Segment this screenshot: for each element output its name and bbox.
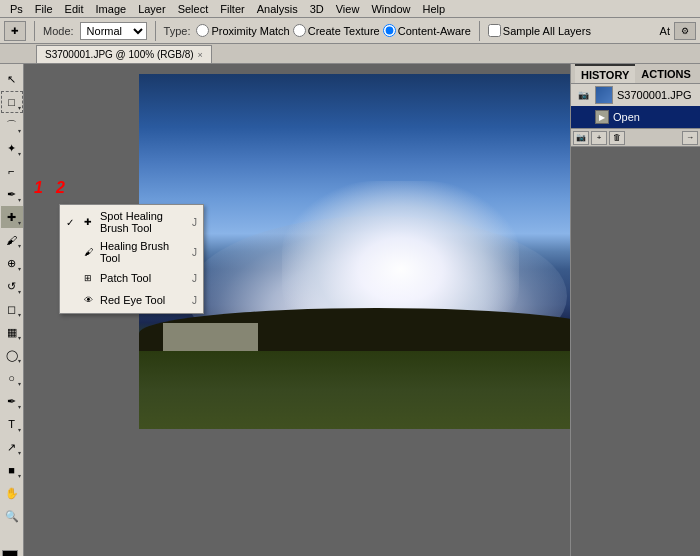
tool-crop[interactable]: ⌐: [1, 160, 23, 182]
open-icon-space: [575, 109, 591, 125]
main-layout: ↖ □▾ ⌒▾ ✦▾ ⌐ ✒▾ ✚▾ 🖌▾ ⊕▾ ↺▾ ◻▾ ▦▾ ◯▾ ○▾ …: [0, 64, 700, 556]
menu-filter[interactable]: Filter: [214, 0, 250, 17]
bandaid-icon: ✚: [80, 214, 96, 230]
ctx-healing-shortcut: J: [192, 247, 197, 258]
tool-zoom[interactable]: 🔍: [1, 505, 23, 527]
tool-healing[interactable]: ✚▾: [1, 206, 23, 228]
content-aware-option[interactable]: Content-Aware: [383, 24, 471, 37]
right-panel: HISTORY ACTIONS >> 📷 S3700001.JPG ▶ Open…: [570, 64, 700, 556]
menu-edit[interactable]: Edit: [59, 0, 90, 17]
ctx-redeye-shortcut: J: [192, 295, 197, 306]
create-texture-option[interactable]: Create Texture: [293, 24, 380, 37]
canvas-area[interactable]: 1 2 ✓ ✚ Spot Healing Brush Tool J ✓ 🖌: [24, 64, 570, 556]
left-toolbar: ↖ □▾ ⌒▾ ✦▾ ⌐ ✒▾ ✚▾ 🖌▾ ⊕▾ ↺▾ ◻▾ ▦▾ ◯▾ ○▾ …: [0, 64, 24, 556]
ctx-redeye-label: Red Eye Tool: [100, 294, 165, 306]
ctx-spot-shortcut: J: [192, 217, 197, 228]
mode-select[interactable]: Normal Replace: [80, 22, 147, 40]
ctx-patch-tool[interactable]: ✓ ⊞ Patch Tool J: [60, 267, 203, 289]
foreground-color-swatch[interactable]: [2, 550, 18, 556]
tool-pen[interactable]: ✒▾: [1, 390, 23, 412]
menu-image[interactable]: Image: [90, 0, 133, 17]
panel-toolbar: 📷 + 🗑 →: [571, 128, 700, 146]
document-tab[interactable]: S3700001.JPG @ 100% (RGB/8) ×: [36, 45, 212, 63]
menu-bar: Ps File Edit Image Layer Select Filter A…: [0, 0, 700, 18]
tool-shape[interactable]: ■▾: [1, 459, 23, 481]
menu-file[interactable]: File: [29, 0, 59, 17]
proximity-match-option[interactable]: Proximity Match: [196, 24, 289, 37]
sample-all-layers-option[interactable]: Sample All Layers: [488, 24, 591, 37]
tool-move[interactable]: ↖: [1, 68, 23, 90]
menu-select[interactable]: Select: [172, 0, 215, 17]
menu-view[interactable]: View: [330, 0, 366, 17]
tool-marquee[interactable]: □▾: [1, 91, 23, 113]
ctx-patch-label: Patch Tool: [100, 272, 151, 284]
panel-arrow-btn[interactable]: →: [682, 131, 698, 145]
tab-title: S3700001.JPG @ 100% (RGB/8): [45, 49, 194, 60]
annotation-label-1: 1: [34, 179, 43, 197]
tab-close-button[interactable]: ×: [198, 50, 203, 60]
tool-eyedropper[interactable]: ✒▾: [1, 183, 23, 205]
context-menu: ✓ ✚ Spot Healing Brush Tool J ✓ 🖌 Healin…: [59, 204, 204, 314]
patch-icon: ⊞: [80, 270, 96, 286]
actions-tab[interactable]: ACTIONS: [635, 64, 697, 83]
tool-dodge[interactable]: ○▾: [1, 367, 23, 389]
tool-path-select[interactable]: ↗▾: [1, 436, 23, 458]
history-open-label: Open: [613, 111, 640, 123]
menu-3d[interactable]: 3D: [304, 0, 330, 17]
annotation-label-2: 2: [56, 179, 65, 197]
history-tab[interactable]: HISTORY: [575, 64, 635, 83]
history-item-file[interactable]: 📷 S3700001.JPG: [571, 84, 700, 106]
options-bar: ✚ Mode: Normal Replace Type: Proximity M…: [0, 18, 700, 44]
ctx-patch-shortcut: J: [192, 273, 197, 284]
history-panel: HISTORY ACTIONS >> 📷 S3700001.JPG ▶ Open…: [571, 64, 700, 147]
tool-history-brush[interactable]: ↺▾: [1, 275, 23, 297]
menu-help[interactable]: Help: [417, 0, 452, 17]
ctx-spot-label: Spot Healing Brush Tool: [100, 210, 188, 234]
mode-label: Mode:: [43, 25, 74, 37]
history-file-label: S3700001.JPG: [617, 89, 692, 101]
ctx-spot-healing[interactable]: ✓ ✚ Spot Healing Brush Tool J: [60, 207, 203, 237]
ctx-red-eye-tool[interactable]: ✓ 👁 Red Eye Tool J: [60, 289, 203, 311]
history-item-open[interactable]: ▶ Open: [571, 106, 700, 128]
tool-eraser[interactable]: ◻▾: [1, 298, 23, 320]
brush-icon: 🖌: [80, 244, 96, 260]
tool-clone-stamp[interactable]: ⊕▾: [1, 252, 23, 274]
menu-analysis[interactable]: Analysis: [251, 0, 304, 17]
snapshot-icon: 📷: [575, 87, 591, 103]
tool-text[interactable]: T▾: [1, 413, 23, 435]
ctx-check-spot: ✓: [66, 217, 74, 228]
open-history-icon: ▶: [595, 110, 609, 124]
type-radio-group: Proximity Match Create Texture Content-A…: [196, 24, 470, 37]
eye-icon: 👁: [80, 292, 96, 308]
options-extra-btn[interactable]: ⚙: [674, 22, 696, 40]
menu-ps[interactable]: Ps: [4, 0, 29, 17]
tool-hand[interactable]: ✋: [1, 482, 23, 504]
panel-new-btn[interactable]: +: [591, 131, 607, 145]
history-thumbnail: [595, 86, 613, 104]
menu-layer[interactable]: Layer: [132, 0, 172, 17]
ctx-healing-brush[interactable]: ✓ 🖌 Healing Brush Tool J: [60, 237, 203, 267]
tool-brush[interactable]: 🖌▾: [1, 229, 23, 251]
panel-camera-btn[interactable]: 📷: [573, 131, 589, 145]
panel-header: HISTORY ACTIONS >>: [571, 64, 700, 84]
type-label: Type:: [164, 25, 191, 37]
options-tool-icon: ✚: [4, 21, 26, 41]
ctx-healing-label: Healing Brush Tool: [100, 240, 188, 264]
tab-bar: S3700001.JPG @ 100% (RGB/8) ×: [0, 44, 700, 64]
panel-delete-btn[interactable]: 🗑: [609, 131, 625, 145]
menu-window[interactable]: Window: [365, 0, 416, 17]
tool-gradient[interactable]: ▦▾: [1, 321, 23, 343]
tool-magic-wand[interactable]: ✦▾: [1, 137, 23, 159]
tool-lasso[interactable]: ⌒▾: [1, 114, 23, 136]
tool-blur[interactable]: ◯▾: [1, 344, 23, 366]
at-label: At: [660, 25, 670, 37]
